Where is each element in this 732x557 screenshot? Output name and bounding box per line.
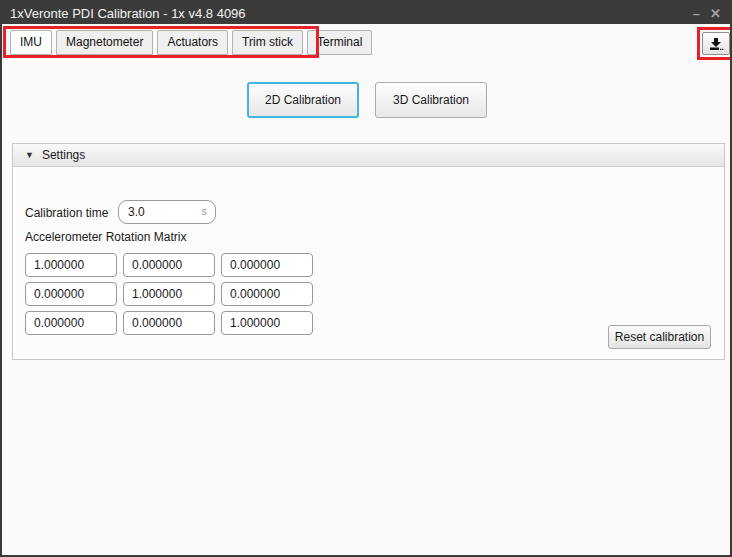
rotation-matrix-grid (25, 253, 313, 335)
calibration-time-label: Calibration time (25, 206, 108, 220)
tab-bar: IMU Magnetometer Actuators Trim stick Te… (10, 30, 372, 55)
matrix-cell-1-1[interactable] (123, 282, 215, 306)
window-title: 1xVeronte PDI Calibration - 1x v4.8 4096 (2, 6, 246, 21)
2d-calibration-button[interactable]: 2D Calibration (247, 82, 359, 118)
calibration-time-field-wrap: s (118, 200, 216, 224)
matrix-cell-0-0[interactable] (25, 253, 117, 277)
matrix-cell-2-2[interactable] (221, 311, 313, 335)
matrix-cell-1-2[interactable] (221, 282, 313, 306)
matrix-cell-0-2[interactable] (221, 253, 313, 277)
app-window: 1xVeronte PDI Calibration - 1x v4.8 4096… (0, 0, 732, 557)
minimize-icon[interactable]: – (693, 7, 700, 20)
3d-calibration-button[interactable]: 3D Calibration (375, 82, 487, 118)
close-icon[interactable]: ✕ (710, 7, 721, 20)
matrix-cell-1-0[interactable] (25, 282, 117, 306)
download-button[interactable] (702, 32, 730, 55)
titlebar: 1xVeronte PDI Calibration - 1x v4.8 4096… (2, 2, 730, 24)
matrix-cell-0-1[interactable] (123, 253, 215, 277)
rotation-matrix-label: Accelerometer Rotation Matrix (25, 230, 186, 244)
matrix-cell-2-0[interactable] (25, 311, 117, 335)
settings-panel: ▼ Settings Calibration time s Accelerome… (12, 143, 725, 360)
window-controls: – ✕ (693, 7, 730, 20)
settings-header[interactable]: ▼ Settings (13, 144, 724, 167)
matrix-cell-2-1[interactable] (123, 311, 215, 335)
tab-imu[interactable]: IMU (10, 30, 52, 55)
reset-calibration-button[interactable]: Reset calibration (608, 325, 711, 349)
calibration-time-unit: s (202, 205, 208, 217)
tab-trim-stick[interactable]: Trim stick (232, 30, 303, 55)
tab-terminal[interactable]: Terminal (307, 30, 372, 55)
settings-body: Calibration time s Accelerometer Rotatio… (13, 167, 724, 359)
collapse-triangle-icon: ▼ (25, 150, 34, 160)
settings-header-label: Settings (42, 148, 85, 162)
tab-actuators[interactable]: Actuators (157, 30, 228, 55)
download-icon (708, 37, 724, 51)
tab-magnetometer[interactable]: Magnetometer (56, 30, 153, 55)
